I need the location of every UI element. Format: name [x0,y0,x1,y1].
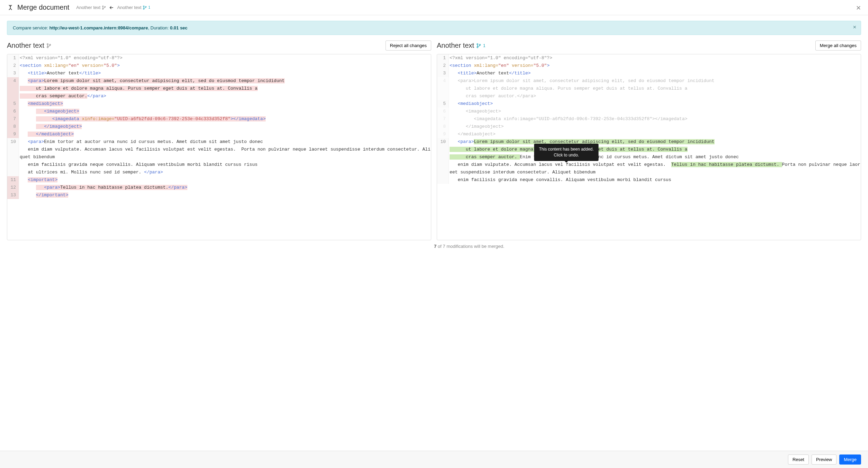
code-line[interactable]: 2<section xml:lang="en" version="5.0"> [7,62,431,70]
line-number: 10 [437,138,449,184]
line-number: 4 [7,77,19,100]
branch-icon [143,6,147,10]
arrow-left-icon [109,5,114,10]
breadcrumb-right[interactable]: Another text 1 [117,5,150,10]
left-code-pane[interactable]: 1<?xml version="1.0" encoding="utf-8"?>2… [7,54,431,240]
right-panel-title: Another text 1 [437,42,486,50]
code-line[interactable]: 1<?xml version="1.0" encoding="utf-8"?> [7,54,431,62]
line-number: 7 [437,115,449,123]
line-content: <para>Lorem ipsum dolor sit amet, consec… [449,77,861,100]
code-line[interactable]: 9 </mediaobject> [437,130,861,138]
close-button[interactable]: ✕ [856,4,861,12]
line-number: 10 [7,138,19,176]
line-content: </imageobject> [19,123,431,130]
status-line: 7 of 7 modifications will be merged. [0,240,868,249]
line-number: 8 [7,123,19,130]
code-line[interactable]: 2<section xml:lang="en" version="5.0"> [437,62,861,70]
line-content: <section xml:lang="en" version="5.0"> [449,62,861,70]
right-title-text: Another text [437,42,474,50]
merge-icon [7,4,14,11]
code-line[interactable]: 7 <imagedata xinfo:image="UUID-a6fb2fdd-… [7,115,431,123]
banner-url: http://eu-west-1.compare.intern:8984/com… [49,25,148,30]
svg-point-0 [103,6,104,7]
line-content: <imageobject> [19,108,431,115]
line-content: <imageobject> [449,108,861,115]
line-content: <important> [19,176,431,184]
code-line[interactable]: 5 <mediaobject> [7,100,431,108]
branch-icon [102,6,106,10]
line-content: <para>Lorem ipsum dolor sit amet, consec… [19,77,431,100]
line-content: </mediaobject> [19,130,431,138]
code-line[interactable]: 3 <title>Another text</title> [7,70,431,77]
code-line[interactable]: 10 <para>Lorem ipsum dolor sit amet, con… [437,138,861,184]
left-panel-head: Another text Reject all changes [7,39,431,54]
page-title: Merge document [17,3,69,11]
code-line[interactable]: 11 <important> [7,176,431,184]
branch-suffix: 1 [483,43,486,48]
line-number: 2 [7,62,19,70]
code-line[interactable]: 6 <imageobject> [437,108,861,115]
code-line[interactable]: 8 </imageobject> [7,123,431,130]
line-content: <para>Tellus in hac habitasse platea dic… [19,184,431,191]
line-number: 5 [437,100,449,108]
branch-suffix: 1 [148,6,150,9]
panels-header: Another text Reject all changes Another … [0,39,868,54]
svg-point-1 [103,8,104,9]
line-content: <imagedata xinfo:image="UUID-a6fb2fdd-09… [449,115,861,123]
breadcrumb-right-label: Another text [117,5,141,10]
info-banner: Compare service: http://eu-west-1.compar… [7,21,861,35]
svg-point-9 [477,43,478,45]
status-rest: of 7 modifications will be merged. [436,244,504,249]
line-content: <title>Another text</title> [449,70,861,77]
svg-point-3 [143,6,144,7]
line-content: <title>Another text</title> [19,70,431,77]
line-content: <?xml version="1.0" encoding="utf-8"?> [19,54,431,62]
line-content: </imageobject> [449,123,861,130]
code-line[interactable]: 4 <para>Lorem ipsum dolor sit amet, cons… [437,77,861,100]
code-line[interactable]: 9 </mediaobject> [7,130,431,138]
line-number: 4 [437,77,449,100]
svg-point-4 [143,8,144,9]
right-panel-head: Another text 1 Merge all changes [437,39,861,54]
tooltip-line1: This content has been added. [539,147,594,152]
code-line[interactable]: 6 <imageobject> [7,108,431,115]
right-code-pane[interactable]: 1<?xml version="1.0" encoding="utf-8"?>2… [437,54,861,240]
svg-point-11 [479,44,481,45]
line-number: 1 [437,54,449,62]
svg-point-7 [47,46,48,48]
line-number: 13 [7,191,19,199]
code-line[interactable]: 4 <para>Lorem ipsum dolor sit amet, cons… [7,77,431,100]
line-number: 3 [437,70,449,77]
code-line[interactable]: 8 </imageobject> [437,123,861,130]
line-number: 3 [7,70,19,77]
undo-tooltip[interactable]: This content has been added. Click to un… [534,144,599,161]
code-line[interactable]: 7 <imagedata xinfo:image="UUID-a6fb2fdd-… [437,115,861,123]
reject-all-button[interactable]: Reject all changes [386,40,431,51]
line-content: <para>Enim tortor at auctor urna nunc id… [19,138,431,176]
code-line[interactable]: 12 <para>Tellus in hac habitasse platea … [7,184,431,191]
code-line[interactable]: 3 <title>Another text</title> [437,70,861,77]
line-content: </important> [19,191,431,199]
banner-mid: , Duration: [148,25,170,30]
line-content: <?xml version="1.0" encoding="utf-8"?> [449,54,861,62]
code-line[interactable]: 5 <mediaobject> [437,100,861,108]
tooltip-line2: Click to undo. [554,153,579,158]
line-content: <section xml:lang="en" version="5.0"> [19,62,431,70]
code-line[interactable]: 1<?xml version="1.0" encoding="utf-8"?> [437,54,861,62]
svg-point-8 [50,44,51,45]
diff-panes: 1<?xml version="1.0" encoding="utf-8"?>2… [0,54,868,240]
breadcrumb-left[interactable]: Another text [76,5,106,10]
code-line[interactable]: 13 </important> [7,191,431,199]
line-number: 5 [7,100,19,108]
line-number: 8 [437,123,449,130]
left-title-text: Another text [7,42,44,50]
breadcrumb-left-label: Another text [76,5,100,10]
line-content: <para>Lorem ipsum dolor sit amet, consec… [449,138,861,184]
line-number: 12 [7,184,19,191]
banner-close-icon[interactable]: ✕ [853,25,857,30]
merge-all-button[interactable]: Merge all changes [815,40,861,51]
line-number: 1 [7,54,19,62]
svg-point-2 [105,6,106,7]
code-line[interactable]: 10 <para>Enim tortor at auctor urna nunc… [7,138,431,176]
branch-icon [46,43,51,48]
